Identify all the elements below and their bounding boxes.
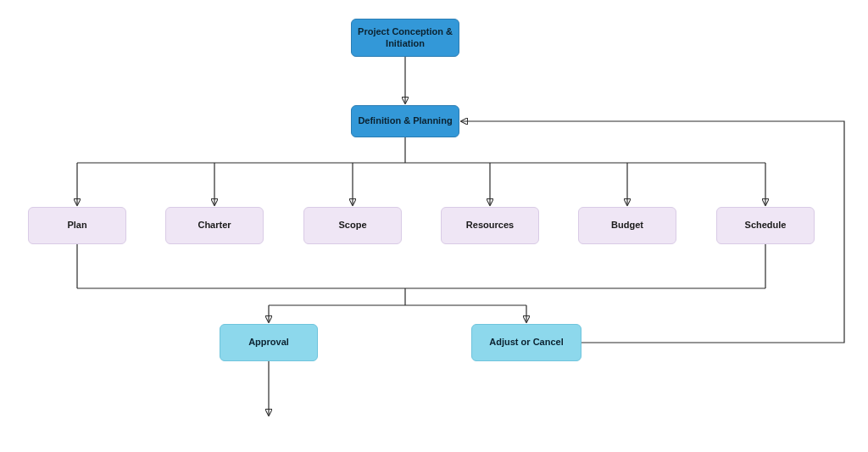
node-scope: Scope — [303, 207, 402, 244]
node-plan: Plan — [28, 207, 126, 244]
node-resources: Resources — [441, 207, 539, 244]
node-budget: Budget — [578, 207, 676, 244]
node-approval: Approval — [220, 324, 318, 361]
node-definition: Definition & Planning — [351, 105, 459, 137]
node-schedule: Schedule — [716, 207, 815, 244]
node-adjust-cancel: Adjust or Cancel — [471, 324, 581, 361]
node-conception: Project Conception & Initiation — [351, 19, 459, 57]
node-charter: Charter — [165, 207, 264, 244]
